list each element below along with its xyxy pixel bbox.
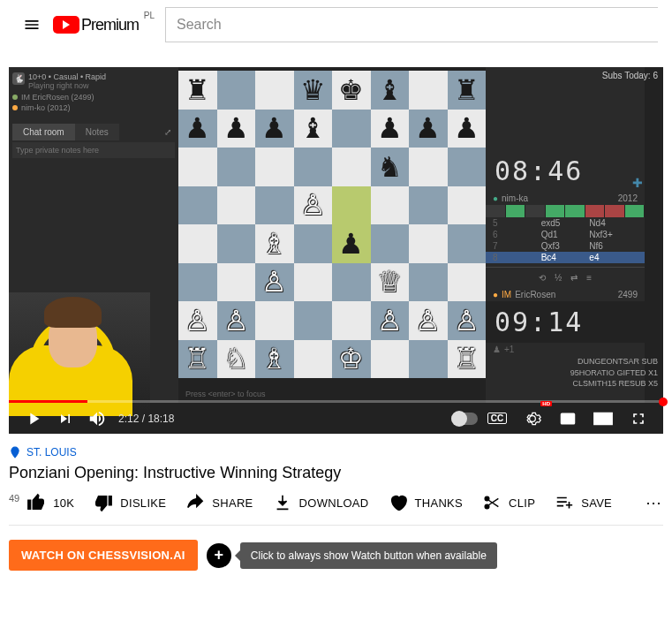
video-player[interactable]: Subs Today: 6 🐇 10+0 • Casual • Rapid Pl… bbox=[9, 67, 663, 434]
download-icon bbox=[273, 493, 292, 512]
sub-events: DUNGEONTSAR SUB95HORATIO GIFTED X1CLSMIT… bbox=[570, 356, 658, 390]
logo-text: Premium bbox=[81, 16, 139, 34]
svg-point-3 bbox=[14, 450, 17, 452]
location-icon bbox=[9, 446, 21, 458]
subs-today: Subs Today: 6 bbox=[602, 71, 658, 80]
chess-board: ♜♛♚♝♜♟♟♟♝♟♟♟♞♙♗♟♙♕♙♙♙♙♙♖♘♗♔♖ bbox=[178, 71, 486, 378]
playlist-add-icon bbox=[555, 493, 574, 512]
tooltip: Click to always show Watch button when a… bbox=[240, 542, 497, 569]
thanks-button[interactable]: THANKS bbox=[389, 493, 464, 512]
notes-input bbox=[12, 142, 175, 158]
clock-bottom: 09:14 bbox=[486, 301, 645, 343]
youtube-logo[interactable]: Premium PL bbox=[53, 16, 139, 34]
scissors-icon bbox=[482, 493, 502, 512]
thumbs-up-icon bbox=[26, 493, 46, 512]
like-button[interactable]: 10K bbox=[26, 493, 74, 512]
more-actions-button[interactable]: ⋯ bbox=[646, 493, 663, 512]
thumbs-down-icon bbox=[94, 493, 113, 512]
game-mode: 10+0 • Casual • Rapid bbox=[28, 72, 106, 81]
next-button[interactable] bbox=[49, 403, 81, 435]
player-dot bbox=[12, 95, 18, 100]
focus-hint: Press <enter> to focus bbox=[185, 390, 266, 398]
tab-chat: Chat room bbox=[12, 124, 75, 140]
chessvision-button[interactable]: WATCH ON CHESSVISION.AI bbox=[9, 540, 198, 571]
settings-button[interactable]: HD bbox=[517, 403, 548, 435]
cc-button[interactable]: CC bbox=[481, 403, 513, 435]
svg-rect-1 bbox=[568, 419, 573, 422]
trending-rank: 49 bbox=[9, 493, 19, 504]
fullscreen-button[interactable] bbox=[623, 403, 654, 435]
save-button[interactable]: SAVE bbox=[555, 493, 612, 512]
add-button[interactable]: + bbox=[207, 543, 231, 568]
game-nav: ⟲½⇄≡ bbox=[486, 267, 645, 288]
share-button[interactable]: SHARE bbox=[185, 493, 253, 512]
hamburger-menu[interactable] bbox=[14, 7, 49, 42]
search-input[interactable] bbox=[165, 7, 658, 42]
move-list: 5exd5Nd46Qd1Nxf3+7Qxf3Nf68Bc4e4 bbox=[486, 217, 645, 263]
player-dot bbox=[12, 105, 18, 110]
video-title: Ponziani Opening: Instructive Winning St… bbox=[9, 464, 663, 482]
share-icon bbox=[185, 493, 205, 512]
time-display: 2:12 / 18:18 bbox=[118, 413, 174, 425]
rabbit-icon: 🐇 bbox=[12, 72, 25, 85]
clock-top: 08:46 bbox=[486, 150, 645, 192]
tab-notes: Notes bbox=[75, 124, 119, 140]
country-code: PL bbox=[144, 11, 155, 20]
miniplayer-button[interactable] bbox=[552, 403, 584, 435]
location-link[interactable]: ST. LOUIS bbox=[9, 446, 663, 458]
autoplay-toggle[interactable] bbox=[451, 413, 478, 425]
svg-point-5 bbox=[485, 504, 489, 509]
volume-button[interactable] bbox=[81, 403, 113, 435]
heart-icon bbox=[389, 493, 408, 512]
dislike-button[interactable]: DISLIKE bbox=[94, 493, 166, 512]
clip-button[interactable]: CLIP bbox=[482, 493, 535, 512]
svg-rect-2 bbox=[594, 413, 612, 424]
svg-point-4 bbox=[485, 496, 489, 501]
webcam-feed bbox=[9, 292, 150, 416]
download-button[interactable]: DOWNLOAD bbox=[273, 493, 369, 512]
theater-button[interactable] bbox=[587, 403, 619, 435]
game-panel: 08:46 ●nim-ka2012✚ 5exd5Nd46Qd1Nxf3+7Qxf… bbox=[486, 67, 645, 403]
youtube-icon bbox=[53, 16, 79, 34]
play-button[interactable] bbox=[18, 403, 49, 435]
lichess-sidebar: 🐇 10+0 • Casual • Rapid Playing right no… bbox=[9, 67, 178, 403]
game-status: Playing right now bbox=[28, 81, 106, 90]
